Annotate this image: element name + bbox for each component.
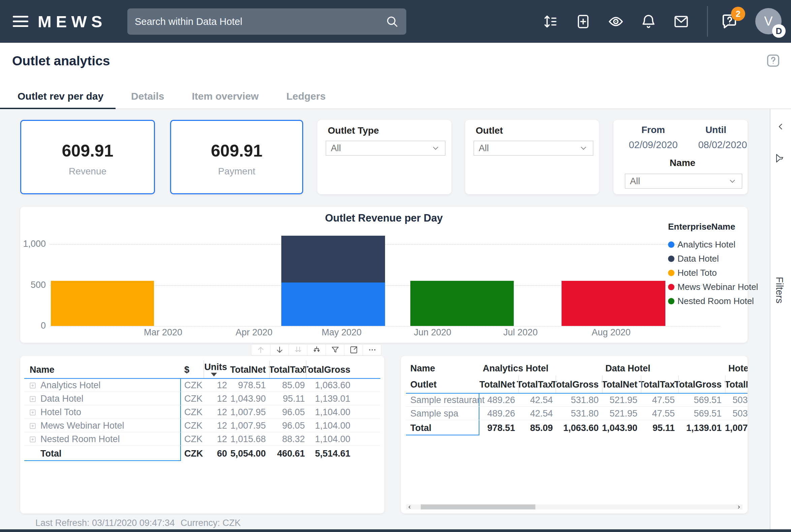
row-currency: CZK bbox=[184, 434, 202, 444]
tab-ledgers[interactable]: Ledgers bbox=[277, 84, 335, 109]
col-header-name[interactable]: Name bbox=[30, 365, 55, 375]
chevron-down-icon bbox=[728, 176, 737, 186]
horizontal-scrollbar[interactable] bbox=[406, 505, 742, 510]
tab-item-overview[interactable]: Item overview bbox=[182, 84, 268, 109]
chart-title: Outlet Revenue per Day bbox=[20, 212, 748, 224]
tab-details[interactable]: Details bbox=[122, 84, 173, 109]
expand-row-icon[interactable] bbox=[29, 408, 36, 416]
matrix-header-separator bbox=[555, 376, 556, 393]
table-row[interactable]: Mews Webinar HotelCZK121,007.9596.051,10… bbox=[20, 419, 384, 432]
legend-label: Hotel Toto bbox=[678, 268, 717, 278]
matrix-row[interactable]: Sample spa489.2642.54531.80521.9547.5556… bbox=[401, 406, 748, 420]
outlet-dropdown[interactable]: All bbox=[474, 141, 593, 155]
scrollbar-thumb[interactable] bbox=[421, 505, 535, 510]
avatar[interactable]: V D bbox=[755, 8, 781, 34]
expand-row-icon[interactable] bbox=[29, 435, 36, 442]
row-separator bbox=[24, 405, 380, 405]
legend-item-data-hotel[interactable]: Data Hotel bbox=[668, 251, 758, 266]
bar-segment-analytics-hotel[interactable] bbox=[281, 283, 385, 326]
help-icon[interactable] bbox=[766, 53, 781, 68]
row-currency: CZK bbox=[184, 449, 203, 459]
matrix-corner-outlet[interactable]: Outlet bbox=[410, 379, 437, 390]
row-currency: CZK bbox=[184, 380, 202, 391]
col-header-units[interactable]: Units bbox=[204, 362, 227, 373]
header-separator bbox=[306, 361, 307, 378]
col-header-totalnet[interactable]: TotalNet bbox=[230, 365, 266, 375]
drill-up-icon[interactable] bbox=[251, 344, 270, 355]
from-date-value[interactable]: 02/09/2020 bbox=[613, 139, 694, 151]
measure-header-totalgross-2[interactable]: TotalGross bbox=[551, 379, 599, 390]
menu-icon[interactable] bbox=[13, 13, 29, 30]
row-totaltax: 88.32 bbox=[282, 434, 305, 444]
drill-down-icon[interactable] bbox=[270, 344, 288, 355]
measure-header-totalnet-6[interactable]: TotalNet bbox=[725, 379, 748, 390]
chevron-down-icon bbox=[579, 144, 588, 153]
focus-mode-icon[interactable] bbox=[344, 344, 363, 355]
mews-logo[interactable]: MEWS bbox=[38, 12, 107, 31]
bar-segment-hotel-toto[interactable] bbox=[51, 281, 154, 326]
bar-segment-mews-webinar-hotel[interactable] bbox=[562, 281, 665, 326]
more-options-icon[interactable] bbox=[363, 344, 381, 355]
matrix-cell: 531.80 bbox=[571, 395, 599, 405]
measure-header-totalnet-0[interactable]: TotalNet bbox=[479, 379, 515, 390]
col-header-currency[interactable]: $ bbox=[184, 365, 189, 375]
table-total-row[interactable]: TotalCZK605,054.00460.615,514.61 bbox=[20, 445, 384, 460]
row-totalgross: 1,104.00 bbox=[315, 421, 350, 431]
expand-row-icon[interactable] bbox=[29, 395, 36, 402]
filter-funnel-icon[interactable] bbox=[326, 344, 344, 355]
collapse-panel-icon[interactable] bbox=[775, 121, 786, 133]
matrix-row[interactable]: Sample restaurant489.2642.54531.80521.95… bbox=[401, 393, 748, 406]
row-totaltax: 96.05 bbox=[282, 421, 305, 431]
row-name: Nested Room Hotel bbox=[40, 434, 120, 444]
eye-icon[interactable] bbox=[608, 14, 624, 30]
search-input[interactable]: Search within Data Hotel bbox=[127, 8, 406, 35]
table-row[interactable]: Nested Room HotelCZK121,015.6888.321,104… bbox=[20, 432, 384, 445]
search-icon bbox=[385, 15, 399, 28]
mail-icon[interactable] bbox=[673, 14, 689, 30]
tab-outlet-rev-per-day[interactable]: Outlet rev per day bbox=[8, 84, 113, 109]
group-header-hotel-toto[interactable]: Hotel Toto bbox=[728, 363, 748, 374]
legend-dot bbox=[668, 284, 675, 290]
legend-title: EnterpriseName bbox=[668, 222, 758, 232]
outlet-type-dropdown[interactable]: All bbox=[326, 141, 445, 155]
col-header-totaltax[interactable]: TotalTax bbox=[269, 365, 305, 375]
expand-all-icon[interactable] bbox=[307, 344, 326, 355]
until-date-value[interactable]: 08/02/2020 bbox=[682, 139, 763, 151]
name-dropdown[interactable]: All bbox=[625, 174, 742, 189]
group-header-analytics-hotel[interactable]: Analytics Hotel bbox=[483, 363, 549, 374]
expand-row-icon[interactable] bbox=[29, 381, 36, 388]
matrix-row-outlet: Total bbox=[410, 423, 431, 433]
col-header-totalgross[interactable]: TotalGross bbox=[303, 365, 350, 375]
bar-segment-data-hotel[interactable] bbox=[281, 236, 385, 282]
group-header-data-hotel[interactable]: Data Hotel bbox=[605, 363, 650, 374]
measure-header-totalnet-3[interactable]: TotalNet bbox=[602, 379, 637, 390]
measure-header-totaltax-1[interactable]: TotalTax bbox=[517, 379, 553, 390]
legend-item-nested-room-hotel[interactable]: Nested Room Hotel bbox=[668, 294, 758, 308]
table-row[interactable]: Analytics HotelCZK12978.5185.091,063.60 bbox=[20, 378, 384, 392]
matrix-corner-name[interactable]: Name bbox=[410, 363, 435, 374]
go-to-next-level-icon[interactable] bbox=[288, 344, 307, 355]
row-totaltax: 85.09 bbox=[282, 380, 305, 391]
scroll-left-icon[interactable] bbox=[406, 505, 413, 510]
outlet-type-value: All bbox=[331, 143, 431, 154]
legend-item-analytics-hotel[interactable]: Analytics Hotel bbox=[668, 238, 758, 251]
matrix-total-row[interactable]: Total978.5185.091,063.601,043.9095.111,1… bbox=[401, 420, 748, 435]
measure-header-totaltax-4[interactable]: TotalTax bbox=[639, 379, 675, 390]
from-label: From bbox=[620, 125, 687, 135]
sort-icon[interactable] bbox=[542, 14, 558, 30]
filter-funnel-icon[interactable] bbox=[774, 153, 787, 164]
bell-icon[interactable] bbox=[640, 14, 657, 30]
measure-header-totalgross-5[interactable]: TotalGross bbox=[674, 379, 722, 390]
chat-help-icon[interactable]: 2 bbox=[720, 12, 740, 32]
x-axis-label: Mar 2020 bbox=[126, 327, 200, 338]
bar-segment-nested-room-hotel[interactable] bbox=[410, 281, 514, 326]
table-row[interactable]: Data HotelCZK121,043.9095.111,139.01 bbox=[20, 392, 384, 405]
table-row[interactable]: Hotel TotoCZK121,007.9596.051,104.00 bbox=[20, 405, 384, 419]
add-card-icon[interactable] bbox=[575, 14, 591, 30]
scroll-right-icon[interactable] bbox=[735, 505, 742, 510]
legend-item-hotel-toto[interactable]: Hotel Toto bbox=[668, 266, 758, 280]
row-units: 60 bbox=[217, 449, 227, 459]
legend-item-mews-webinar-hotel[interactable]: Mews Webinar Hotel bbox=[668, 280, 758, 294]
expand-row-icon[interactable] bbox=[29, 421, 36, 429]
row-separator bbox=[24, 445, 380, 446]
